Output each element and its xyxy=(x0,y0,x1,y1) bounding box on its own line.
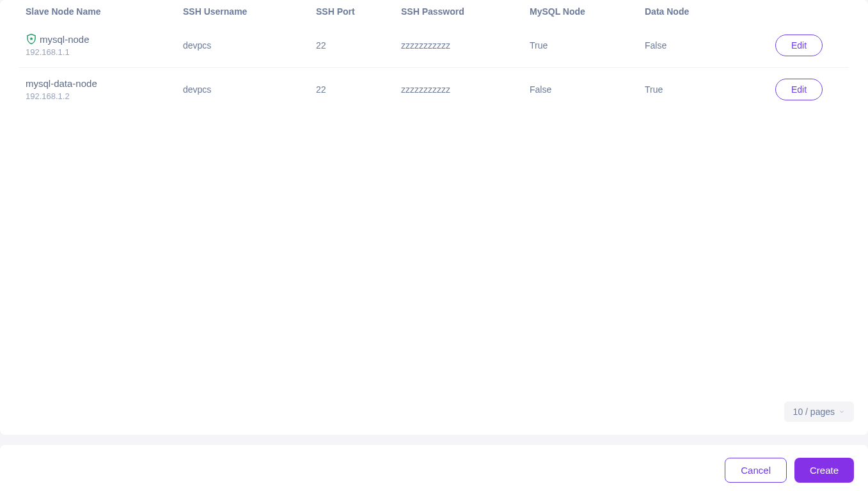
ssh-password-cell: zzzzzzzzzzz xyxy=(401,84,530,95)
shield-star-icon xyxy=(26,33,37,45)
page-size-label: 10 / pages xyxy=(793,407,835,417)
header-mysql: MySQL Node xyxy=(530,6,645,17)
page-size-select[interactable]: 10 / pages xyxy=(784,401,854,422)
pagination: 10 / pages xyxy=(784,401,854,422)
data-node-cell: True xyxy=(645,84,749,95)
node-name: mysql-data-node xyxy=(26,78,97,89)
node-name-cell: mysql-data-node192.168.1.2 xyxy=(19,78,183,101)
node-name: mysql-node xyxy=(40,34,90,45)
node-name-line: mysql-data-node xyxy=(26,78,183,89)
header-pass: SSH Password xyxy=(401,6,530,17)
nodes-table: Slave Node Name SSH Username SSH Port SS… xyxy=(19,0,849,111)
footer-panel: Cancel Create xyxy=(0,445,868,491)
main-panel: Slave Node Name SSH Username SSH Port SS… xyxy=(0,0,868,435)
ssh-port-cell: 22 xyxy=(316,84,401,95)
table-header: Slave Node Name SSH Username SSH Port SS… xyxy=(19,0,849,23)
node-ip: 192.168.1.2 xyxy=(26,91,183,101)
header-data: Data Node xyxy=(645,6,749,17)
table-row: mysql-data-node192.168.1.2devpcs22zzzzzz… xyxy=(19,68,849,111)
node-name-cell: mysql-node192.168.1.1 xyxy=(19,33,183,57)
node-name-block: mysql-node192.168.1.1 xyxy=(26,33,183,57)
node-name-line: mysql-node xyxy=(26,33,183,45)
action-cell: Edit xyxy=(749,79,849,100)
header-action xyxy=(749,6,849,17)
node-ip: 192.168.1.1 xyxy=(26,47,183,57)
table-row: mysql-node192.168.1.1devpcs22zzzzzzzzzzz… xyxy=(19,23,849,68)
chevron-down-icon xyxy=(839,409,845,415)
ssh-port-cell: 22 xyxy=(316,40,401,51)
cancel-button[interactable]: Cancel xyxy=(725,458,787,483)
create-button[interactable]: Create xyxy=(794,458,854,483)
mysql-node-cell: True xyxy=(530,40,645,51)
header-port: SSH Port xyxy=(316,6,401,17)
edit-button[interactable]: Edit xyxy=(775,35,823,56)
mysql-node-cell: False xyxy=(530,84,645,95)
data-node-cell: False xyxy=(645,40,749,51)
edit-button[interactable]: Edit xyxy=(775,79,823,100)
header-name: Slave Node Name xyxy=(19,6,183,17)
ssh-username-cell: devpcs xyxy=(183,84,316,95)
node-name-block: mysql-data-node192.168.1.2 xyxy=(26,78,183,101)
action-cell: Edit xyxy=(749,35,849,56)
ssh-password-cell: zzzzzzzzzzz xyxy=(401,40,530,51)
header-user: SSH Username xyxy=(183,6,316,17)
ssh-username-cell: devpcs xyxy=(183,40,316,51)
